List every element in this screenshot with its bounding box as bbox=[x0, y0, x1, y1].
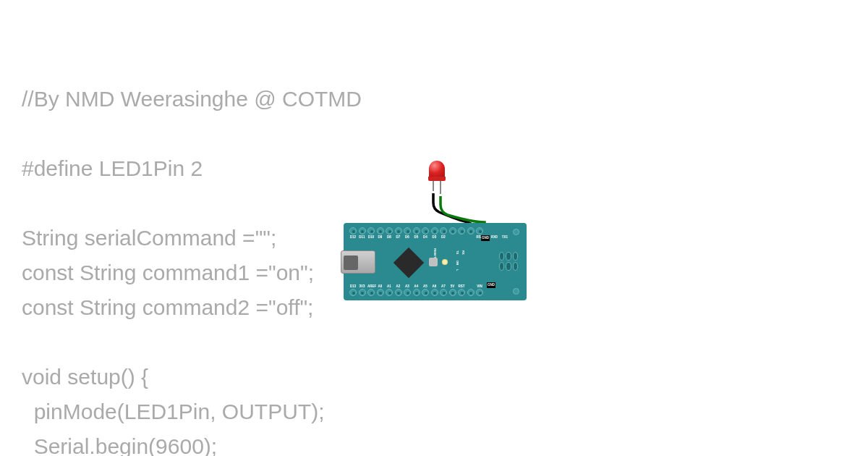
pin bbox=[386, 227, 393, 235]
usb-port bbox=[344, 256, 358, 270]
pin bbox=[377, 227, 384, 235]
pin bbox=[440, 289, 447, 296]
pin bbox=[476, 289, 483, 296]
pin-label: A2 bbox=[395, 284, 402, 288]
led-bulb bbox=[429, 161, 445, 178]
pin-labels-top: D12 D11 D10 D9 D8 D7 D6 D5 D4 D3 D2 RST bbox=[349, 235, 483, 239]
tx1-label: TX1 bbox=[502, 235, 508, 239]
rx0-label: RX0 bbox=[491, 235, 498, 239]
code-line: const String command2 ="off"; bbox=[22, 295, 313, 319]
pin bbox=[458, 227, 465, 235]
pin bbox=[367, 289, 375, 296]
icsp-header bbox=[499, 252, 518, 271]
pin bbox=[404, 227, 411, 235]
pin-label: D5 bbox=[413, 235, 420, 239]
icsp-pin bbox=[499, 262, 504, 271]
arduino-nano-board: D12 D11 D10 D9 D8 D7 D6 D5 D4 D3 D2 RST … bbox=[344, 223, 527, 300]
pin bbox=[377, 289, 384, 296]
pin-header-top bbox=[349, 227, 483, 235]
pin bbox=[467, 289, 475, 296]
pin-label: GND bbox=[488, 283, 495, 287]
code-line: void setup() { bbox=[22, 365, 148, 389]
icsp-pin bbox=[506, 252, 511, 261]
pin-label: A6 bbox=[431, 284, 438, 288]
l-label: L bbox=[456, 269, 459, 271]
reset-button-icon bbox=[429, 258, 438, 266]
pin bbox=[449, 227, 456, 235]
code-line: //By NMD Weerasinghe @ COTMD bbox=[22, 87, 362, 111]
pin-label: 5V bbox=[449, 284, 456, 288]
pin bbox=[422, 289, 429, 296]
led-component-icon bbox=[429, 161, 445, 195]
tx-label: TX bbox=[456, 250, 459, 254]
pin-label: D2 bbox=[440, 235, 447, 239]
pin-label: D3 bbox=[431, 235, 438, 239]
on-label: ON bbox=[456, 261, 459, 265]
pin bbox=[349, 227, 357, 235]
pin-label: A1 bbox=[386, 284, 393, 288]
pin-label bbox=[458, 235, 465, 239]
pin bbox=[431, 227, 438, 235]
microcontroller-chip-icon bbox=[393, 248, 424, 278]
gnd-label-highlight: GND bbox=[487, 282, 495, 288]
pin bbox=[359, 289, 366, 296]
led-cathode bbox=[433, 181, 434, 191]
pin-label: D7 bbox=[395, 235, 402, 239]
code-line: pinMode(LED1Pin, OUTPUT); bbox=[22, 400, 324, 423]
pin bbox=[404, 289, 411, 296]
corner-pin bbox=[513, 229, 519, 235]
status-led-icon bbox=[442, 259, 448, 265]
pin-label: D10 bbox=[367, 235, 375, 239]
pin-label: D9 bbox=[377, 235, 384, 239]
rx-label: RX bbox=[461, 250, 465, 255]
pin-label: A3 bbox=[404, 284, 411, 288]
pin-label: A7 bbox=[440, 284, 447, 288]
pin-header-bottom bbox=[349, 289, 483, 296]
pin bbox=[349, 289, 357, 296]
code-line: const String command1 ="on"; bbox=[22, 261, 314, 284]
pin bbox=[359, 227, 366, 235]
pin bbox=[431, 289, 438, 296]
pin-label bbox=[467, 235, 475, 239]
icsp-pin bbox=[506, 262, 511, 271]
gnd-label-highlight: GND bbox=[481, 235, 490, 241]
circuit-diagram: D12 D11 D10 D9 D8 D7 D6 D5 D4 D3 D2 RST … bbox=[344, 163, 532, 308]
pin-label: A0 bbox=[377, 284, 384, 288]
usb-connector-icon bbox=[341, 250, 375, 274]
pin-label: GND bbox=[482, 236, 489, 240]
pin bbox=[413, 227, 420, 235]
code-line: #define LED1Pin 2 bbox=[22, 156, 203, 180]
pin bbox=[413, 289, 420, 296]
pin bbox=[395, 227, 402, 235]
pin bbox=[476, 227, 483, 235]
corner-pin bbox=[513, 288, 519, 295]
pin-label: VIN bbox=[476, 284, 483, 288]
led-base bbox=[428, 177, 446, 181]
pin bbox=[449, 289, 456, 296]
pin-label bbox=[449, 235, 456, 239]
pin-label: D6 bbox=[404, 235, 411, 239]
pin-label: A4 bbox=[413, 284, 420, 288]
pin-label: D11 bbox=[359, 235, 366, 239]
rx-tx-labels: RX0 TX1 bbox=[491, 235, 508, 239]
pin-label: D4 bbox=[422, 235, 429, 239]
pin bbox=[395, 289, 402, 296]
code-line: String serialCommand =""; bbox=[22, 226, 276, 250]
icsp-pin bbox=[513, 262, 518, 271]
pin bbox=[422, 227, 429, 235]
pin bbox=[386, 289, 393, 296]
pin-label bbox=[467, 284, 475, 288]
pin-label: RST bbox=[458, 284, 465, 288]
pin bbox=[458, 289, 465, 296]
pin-label: D8 bbox=[386, 235, 393, 239]
pin bbox=[440, 227, 447, 235]
icsp-pin bbox=[513, 252, 518, 261]
pin-label: D12 bbox=[349, 235, 357, 239]
pin-label: AREF bbox=[367, 284, 375, 288]
pin-label: D13 bbox=[349, 284, 357, 288]
reset-label: RESET bbox=[433, 248, 437, 258]
pin-label: A5 bbox=[422, 284, 429, 288]
pin bbox=[467, 227, 475, 235]
icsp-pin bbox=[499, 252, 504, 261]
pin-labels-bottom: D13 3V3 AREF A0 A1 A2 A3 A4 A5 A6 A7 5V … bbox=[349, 284, 483, 288]
